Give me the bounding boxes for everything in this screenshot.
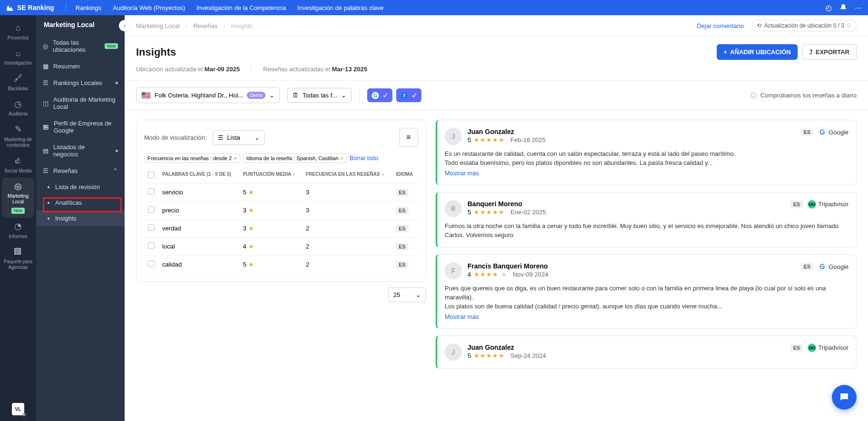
sb-local-rankings[interactable]: ☰Rankings Locales [36,75,125,91]
svg-point-12 [810,347,811,348]
review-body: Fuimos la otra noche con la familia a ce… [445,222,848,240]
date-filter[interactable]: 🗓︎ Todas las f... ⌄ [287,88,351,103]
grid-icon: ▦ [43,63,49,70]
chevron-down-icon: ⌄ [416,291,421,298]
source-google-toggle[interactable]: G ✓ [367,88,392,102]
review-card: J Juan Gonzalez 5 ★★★★★Feb-16 2025 ES Go… [436,120,857,185]
show-more-link[interactable]: Mostrar más [445,313,479,320]
filter-chip-lang[interactable]: Idioma de la reseña : Spanish, Castilian… [243,153,347,163]
brand[interactable]: SE Ranking [6,3,54,12]
review-lang-badge: ES [800,263,813,270]
sb-all-locations[interactable]: ◎Todas las ubicacionesNew [36,34,125,58]
page-size-select[interactable]: 25⌄ [388,287,426,302]
sb-sub-insights[interactable]: Insights [36,210,125,226]
help-icon[interactable]: ◴ [825,3,832,12]
row-checkbox[interactable] [148,242,155,249]
nav-competitor[interactable]: Investigación de la Competencia [196,4,286,11]
select-all-checkbox[interactable] [148,172,155,178]
list-icon: ☰ [218,134,224,141]
reviewer-name: Francis Banqueri Moreno [468,262,548,270]
filter-button[interactable]: ≡ [399,128,418,147]
rail-agency[interactable]: 🏢︎Paquete para Agencias [0,243,36,275]
viewmode-select[interactable]: ☰ Lista ⌄ [213,130,265,145]
sidebar: ‹ Marketing Local ◎Todas las ubicaciones… [36,15,125,421]
rail-social[interactable]: 👍︎Social Media [0,152,36,178]
location-update-status: ⟲Actualización de ubicación 0 / 3ⓘ [751,20,857,31]
user-avatar[interactable]: VL⚙ [12,403,24,415]
location-selector[interactable]: 🇺🇸 Folk Osteria, Highland Dr., Hol... De… [136,87,280,103]
add-location-button[interactable]: +AÑADIR UBICACIÓN [717,44,797,60]
score-cell: 3 ★ [239,201,302,220]
chat-fab[interactable] [832,385,857,410]
review-card: B Banqueri Moreno 5 ★★★★★Ene-02 2025 ES … [436,192,857,248]
row-checkbox[interactable] [148,206,155,213]
sb-reviews[interactable]: ☰Reseñas⌃ [36,163,125,179]
more-icon[interactable]: ⋯ [855,3,862,12]
kw-cell: servicio [158,183,239,201]
export-button[interactable]: ⤴EXPORTAR [802,44,857,60]
chevron-down-icon: ⌄ [341,92,346,99]
source-facebook-toggle[interactable]: f ✓ [396,88,421,102]
nav-keywords[interactable]: Investigación de palabras clave [297,4,383,11]
sb-summary[interactable]: ▦Resumen [36,58,125,75]
crumb-1[interactable]: Marketing Local [136,22,180,29]
reviewer-name: Banqueri Moreno [468,200,546,208]
reviewer-avatar: F [445,262,462,279]
review-card: J Juan Gonzalez 5 ★★★★★Sep-24 2024 ES Tr… [436,335,857,369]
crumb-3: Insights [231,22,253,29]
clear-filters-link[interactable]: Borrar todo [350,155,378,162]
sb-sub-review-list[interactable]: Lista de revisión [36,179,125,195]
rail-content[interactable]: ✎Marketing de contenidos [0,121,36,152]
sb-listings[interactable]: ▤Listados de negocios [36,139,125,163]
rail-audit[interactable]: ◷Auditoría [0,96,36,121]
google-icon [818,262,827,271]
review-rating: 5 ★★★★★Ene-02 2025 [468,209,546,216]
brand-logo-icon [6,3,14,12]
freq-cell: 2 [302,256,392,274]
show-more-link[interactable]: Mostrar más [445,170,479,177]
building-icon: 🏢︎ [14,247,22,258]
rail-local-marketing[interactable]: ◎Marketing LocalNew [2,178,34,218]
chevron-down-icon: ⌄ [254,134,260,141]
nav-rankings[interactable]: Rankings [76,4,101,11]
kw-cell: precio [158,201,239,220]
crumb-2[interactable]: Reseñas [193,22,217,29]
filter-chip-freq[interactable]: Frecuencia en las reseñas : desde 2× [144,153,240,163]
close-icon[interactable]: × [341,155,343,161]
rail-reports[interactable]: ◔Informes [0,218,36,243]
check-icon: ✓ [382,91,389,100]
review-body: Pues que quereis que os diga, es un buen… [445,284,848,311]
bell-icon[interactable]: 🔔︎ [839,3,847,12]
row-checkbox[interactable] [148,224,155,231]
table-row[interactable]: calidad 5 ★ 2 ES [144,256,418,274]
collapse-sidebar-button[interactable]: ‹ [119,20,130,31]
calendar-icon: 🗓︎ [293,92,299,99]
review-source: Google [818,262,848,271]
table-row[interactable]: local 4 ★ 2 ES [144,238,418,256]
chevron-down-icon: ⌄ [269,92,274,99]
lang-cell: ES [392,183,418,201]
table-row[interactable]: servicio 5 ★ 3 ES [144,183,418,201]
svg-point-7 [810,204,811,205]
refresh-icon: ⟲ [757,22,761,29]
kw-cell: calidad [158,256,239,274]
table-row[interactable]: verdad 3 ★ 2 ES [144,220,418,238]
sb-sub-analytics[interactable]: Analíticas [36,195,125,210]
table-row[interactable]: precio 3 ★ 3 ES [144,201,418,220]
sb-local-audit[interactable]: ◫Auditoría de Marketing Local [36,91,125,115]
kw-cell: local [158,238,239,256]
leave-comment-link[interactable]: Dejar comentario [697,22,744,29]
link-icon: 🔗︎ [14,74,22,84]
rail-research[interactable]: ⌕Investigación [0,45,36,70]
sb-gbp[interactable]: 🏪︎Perfil de Empresa de Google [36,115,125,139]
review-source: Tripadvisor [808,344,848,352]
nav-audit[interactable]: Auditoría Web (Proyectos) [113,4,185,11]
score-cell: 5 ★ [239,183,302,201]
row-checkbox[interactable] [148,260,155,267]
page-title: Insights [136,46,176,58]
rail-projects[interactable]: ⌂Proyectos [0,19,36,45]
review-rating: 5 ★★★★★Sep-24 2024 [468,352,546,359]
rail-backlinks[interactable]: 🔗︎Backlinks [0,70,36,96]
close-icon[interactable]: × [234,155,236,161]
row-checkbox[interactable] [148,188,155,195]
